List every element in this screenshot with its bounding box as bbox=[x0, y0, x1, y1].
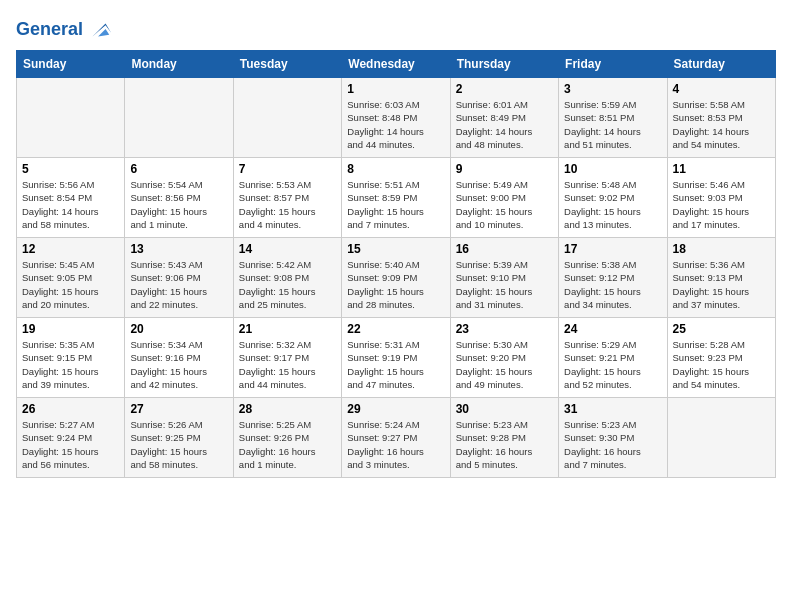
day-number: 13 bbox=[130, 242, 227, 256]
logo-text: General bbox=[16, 20, 83, 40]
day-number: 17 bbox=[564, 242, 661, 256]
empty-cell bbox=[233, 78, 341, 158]
day-info: Sunrise: 5:51 AM Sunset: 8:59 PM Dayligh… bbox=[347, 178, 444, 231]
day-cell-14: 14Sunrise: 5:42 AM Sunset: 9:08 PM Dayli… bbox=[233, 238, 341, 318]
week-row-4: 19Sunrise: 5:35 AM Sunset: 9:15 PM Dayli… bbox=[17, 318, 776, 398]
logo: General bbox=[16, 16, 113, 40]
weekday-header-thursday: Thursday bbox=[450, 51, 558, 78]
day-info: Sunrise: 5:26 AM Sunset: 9:25 PM Dayligh… bbox=[130, 418, 227, 471]
week-row-3: 12Sunrise: 5:45 AM Sunset: 9:05 PM Dayli… bbox=[17, 238, 776, 318]
day-cell-20: 20Sunrise: 5:34 AM Sunset: 9:16 PM Dayli… bbox=[125, 318, 233, 398]
day-number: 28 bbox=[239, 402, 336, 416]
day-cell-4: 4Sunrise: 5:58 AM Sunset: 8:53 PM Daylig… bbox=[667, 78, 775, 158]
day-cell-30: 30Sunrise: 5:23 AM Sunset: 9:28 PM Dayli… bbox=[450, 398, 558, 478]
week-row-1: 1Sunrise: 6:03 AM Sunset: 8:48 PM Daylig… bbox=[17, 78, 776, 158]
day-number: 3 bbox=[564, 82, 661, 96]
day-number: 21 bbox=[239, 322, 336, 336]
day-cell-31: 31Sunrise: 5:23 AM Sunset: 9:30 PM Dayli… bbox=[559, 398, 667, 478]
day-info: Sunrise: 5:28 AM Sunset: 9:23 PM Dayligh… bbox=[673, 338, 770, 391]
day-cell-27: 27Sunrise: 5:26 AM Sunset: 9:25 PM Dayli… bbox=[125, 398, 233, 478]
day-info: Sunrise: 5:56 AM Sunset: 8:54 PM Dayligh… bbox=[22, 178, 119, 231]
day-cell-17: 17Sunrise: 5:38 AM Sunset: 9:12 PM Dayli… bbox=[559, 238, 667, 318]
day-cell-10: 10Sunrise: 5:48 AM Sunset: 9:02 PM Dayli… bbox=[559, 158, 667, 238]
empty-cell bbox=[17, 78, 125, 158]
empty-cell bbox=[125, 78, 233, 158]
day-cell-5: 5Sunrise: 5:56 AM Sunset: 8:54 PM Daylig… bbox=[17, 158, 125, 238]
day-info: Sunrise: 5:46 AM Sunset: 9:03 PM Dayligh… bbox=[673, 178, 770, 231]
day-info: Sunrise: 5:45 AM Sunset: 9:05 PM Dayligh… bbox=[22, 258, 119, 311]
day-cell-3: 3Sunrise: 5:59 AM Sunset: 8:51 PM Daylig… bbox=[559, 78, 667, 158]
day-info: Sunrise: 5:29 AM Sunset: 9:21 PM Dayligh… bbox=[564, 338, 661, 391]
weekday-header-sunday: Sunday bbox=[17, 51, 125, 78]
day-info: Sunrise: 5:34 AM Sunset: 9:16 PM Dayligh… bbox=[130, 338, 227, 391]
day-info: Sunrise: 5:59 AM Sunset: 8:51 PM Dayligh… bbox=[564, 98, 661, 151]
day-number: 14 bbox=[239, 242, 336, 256]
day-cell-8: 8Sunrise: 5:51 AM Sunset: 8:59 PM Daylig… bbox=[342, 158, 450, 238]
day-cell-16: 16Sunrise: 5:39 AM Sunset: 9:10 PM Dayli… bbox=[450, 238, 558, 318]
day-number: 29 bbox=[347, 402, 444, 416]
day-info: Sunrise: 5:38 AM Sunset: 9:12 PM Dayligh… bbox=[564, 258, 661, 311]
day-number: 22 bbox=[347, 322, 444, 336]
day-number: 7 bbox=[239, 162, 336, 176]
day-cell-28: 28Sunrise: 5:25 AM Sunset: 9:26 PM Dayli… bbox=[233, 398, 341, 478]
day-cell-18: 18Sunrise: 5:36 AM Sunset: 9:13 PM Dayli… bbox=[667, 238, 775, 318]
day-info: Sunrise: 5:58 AM Sunset: 8:53 PM Dayligh… bbox=[673, 98, 770, 151]
day-info: Sunrise: 5:40 AM Sunset: 9:09 PM Dayligh… bbox=[347, 258, 444, 311]
day-info: Sunrise: 5:27 AM Sunset: 9:24 PM Dayligh… bbox=[22, 418, 119, 471]
day-cell-9: 9Sunrise: 5:49 AM Sunset: 9:00 PM Daylig… bbox=[450, 158, 558, 238]
day-cell-13: 13Sunrise: 5:43 AM Sunset: 9:06 PM Dayli… bbox=[125, 238, 233, 318]
day-cell-23: 23Sunrise: 5:30 AM Sunset: 9:20 PM Dayli… bbox=[450, 318, 558, 398]
day-info: Sunrise: 5:23 AM Sunset: 9:28 PM Dayligh… bbox=[456, 418, 553, 471]
day-number: 8 bbox=[347, 162, 444, 176]
day-info: Sunrise: 5:54 AM Sunset: 8:56 PM Dayligh… bbox=[130, 178, 227, 231]
day-number: 26 bbox=[22, 402, 119, 416]
day-number: 9 bbox=[456, 162, 553, 176]
day-cell-19: 19Sunrise: 5:35 AM Sunset: 9:15 PM Dayli… bbox=[17, 318, 125, 398]
day-cell-2: 2Sunrise: 6:01 AM Sunset: 8:49 PM Daylig… bbox=[450, 78, 558, 158]
weekday-header-friday: Friday bbox=[559, 51, 667, 78]
day-cell-24: 24Sunrise: 5:29 AM Sunset: 9:21 PM Dayli… bbox=[559, 318, 667, 398]
day-info: Sunrise: 5:53 AM Sunset: 8:57 PM Dayligh… bbox=[239, 178, 336, 231]
week-row-2: 5Sunrise: 5:56 AM Sunset: 8:54 PM Daylig… bbox=[17, 158, 776, 238]
day-number: 31 bbox=[564, 402, 661, 416]
day-info: Sunrise: 6:03 AM Sunset: 8:48 PM Dayligh… bbox=[347, 98, 444, 151]
day-number: 5 bbox=[22, 162, 119, 176]
day-info: Sunrise: 5:25 AM Sunset: 9:26 PM Dayligh… bbox=[239, 418, 336, 471]
day-info: Sunrise: 5:39 AM Sunset: 9:10 PM Dayligh… bbox=[456, 258, 553, 311]
day-number: 15 bbox=[347, 242, 444, 256]
day-info: Sunrise: 5:24 AM Sunset: 9:27 PM Dayligh… bbox=[347, 418, 444, 471]
day-info: Sunrise: 5:35 AM Sunset: 9:15 PM Dayligh… bbox=[22, 338, 119, 391]
day-number: 16 bbox=[456, 242, 553, 256]
day-info: Sunrise: 5:23 AM Sunset: 9:30 PM Dayligh… bbox=[564, 418, 661, 471]
weekday-header-saturday: Saturday bbox=[667, 51, 775, 78]
day-number: 2 bbox=[456, 82, 553, 96]
day-info: Sunrise: 5:49 AM Sunset: 9:00 PM Dayligh… bbox=[456, 178, 553, 231]
logo-icon bbox=[85, 16, 113, 44]
day-info: Sunrise: 5:48 AM Sunset: 9:02 PM Dayligh… bbox=[564, 178, 661, 231]
day-info: Sunrise: 5:31 AM Sunset: 9:19 PM Dayligh… bbox=[347, 338, 444, 391]
day-cell-22: 22Sunrise: 5:31 AM Sunset: 9:19 PM Dayli… bbox=[342, 318, 450, 398]
day-cell-26: 26Sunrise: 5:27 AM Sunset: 9:24 PM Dayli… bbox=[17, 398, 125, 478]
day-info: Sunrise: 5:30 AM Sunset: 9:20 PM Dayligh… bbox=[456, 338, 553, 391]
day-cell-25: 25Sunrise: 5:28 AM Sunset: 9:23 PM Dayli… bbox=[667, 318, 775, 398]
weekday-header-monday: Monday bbox=[125, 51, 233, 78]
calendar-table: SundayMondayTuesdayWednesdayThursdayFrid… bbox=[16, 50, 776, 478]
week-row-5: 26Sunrise: 5:27 AM Sunset: 9:24 PM Dayli… bbox=[17, 398, 776, 478]
day-number: 30 bbox=[456, 402, 553, 416]
day-cell-15: 15Sunrise: 5:40 AM Sunset: 9:09 PM Dayli… bbox=[342, 238, 450, 318]
day-number: 24 bbox=[564, 322, 661, 336]
day-number: 20 bbox=[130, 322, 227, 336]
day-cell-1: 1Sunrise: 6:03 AM Sunset: 8:48 PM Daylig… bbox=[342, 78, 450, 158]
day-info: Sunrise: 5:36 AM Sunset: 9:13 PM Dayligh… bbox=[673, 258, 770, 311]
day-info: Sunrise: 6:01 AM Sunset: 8:49 PM Dayligh… bbox=[456, 98, 553, 151]
day-cell-12: 12Sunrise: 5:45 AM Sunset: 9:05 PM Dayli… bbox=[17, 238, 125, 318]
page-header: General bbox=[16, 16, 776, 40]
day-number: 25 bbox=[673, 322, 770, 336]
day-number: 23 bbox=[456, 322, 553, 336]
weekday-header-row: SundayMondayTuesdayWednesdayThursdayFrid… bbox=[17, 51, 776, 78]
day-info: Sunrise: 5:43 AM Sunset: 9:06 PM Dayligh… bbox=[130, 258, 227, 311]
day-number: 12 bbox=[22, 242, 119, 256]
day-number: 10 bbox=[564, 162, 661, 176]
day-number: 6 bbox=[130, 162, 227, 176]
day-number: 18 bbox=[673, 242, 770, 256]
